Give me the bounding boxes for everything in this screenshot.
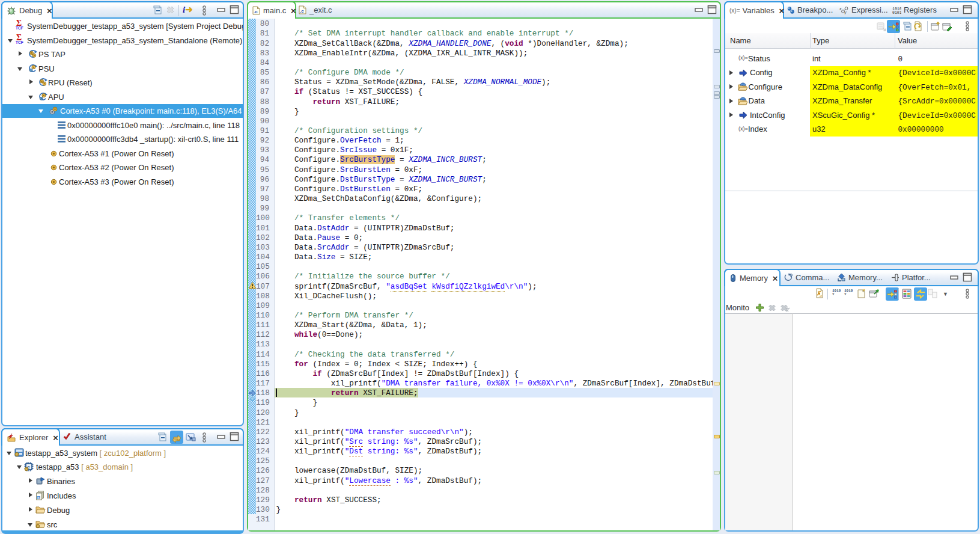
svg-text:0101: 0101 <box>892 11 901 14</box>
svg-text:.c: .c <box>300 8 304 14</box>
svg-text:x: x <box>839 7 842 11</box>
svg-text:.c: .c <box>254 9 258 14</box>
